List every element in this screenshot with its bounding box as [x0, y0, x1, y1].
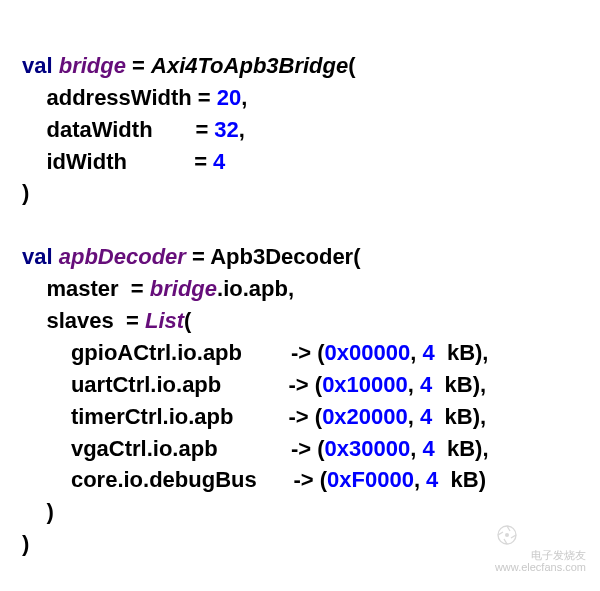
comma: ,: [410, 340, 422, 365]
indent: [22, 340, 71, 365]
code-line: ): [22, 499, 54, 524]
blank-line: [22, 212, 28, 237]
type-apb3decoder: Apb3Decoder: [210, 244, 353, 269]
indent: [22, 436, 71, 461]
code-line: timerCtrl.io.apb -> (0x20000, 4 kB),: [22, 404, 486, 429]
code-line: val apbDecoder = Apb3Decoder(: [22, 244, 361, 269]
slave-ident: gpioACtrl.io.apb: [71, 340, 242, 365]
comma: ,: [414, 467, 426, 492]
slave-ident: core.io.debugBus: [71, 467, 257, 492]
comma: ,: [408, 404, 420, 429]
code-line: ): [22, 180, 29, 205]
code-line: val bridge = Axi4ToApb3Bridge(: [22, 53, 356, 78]
indent: [22, 308, 46, 333]
indent: [22, 276, 46, 301]
code-line: master = bridge.io.apb,: [22, 276, 294, 301]
pad: [432, 404, 444, 429]
code-line: gpioACtrl.io.apb -> (0x00000, 4 kB),: [22, 340, 488, 365]
code-line: core.io.debugBus -> (0xF0000, 4 kB): [22, 467, 486, 492]
paren-close: ),: [475, 340, 488, 365]
indent: [22, 117, 46, 142]
code-line: addressWidth = 20,: [22, 85, 247, 110]
indent: [22, 404, 71, 429]
hex-literal: 0x30000: [325, 436, 411, 461]
slave-ident: timerCtrl.io.apb: [71, 404, 234, 429]
arrow-tuple: -> (: [289, 404, 323, 429]
variable-bridge-ref: bridge: [150, 276, 217, 301]
pad: [233, 404, 288, 429]
paren-open: (: [348, 53, 355, 78]
syntax: =: [194, 149, 213, 174]
paren-open: (: [353, 244, 360, 269]
unit-kb: kB: [445, 404, 473, 429]
slave-ident: vgaCtrl.io.apb: [71, 436, 218, 461]
paren-close: ),: [473, 404, 486, 429]
comma: ,: [241, 85, 247, 110]
variable-apbdecoder: apbDecoder: [59, 244, 186, 269]
indent: [22, 372, 71, 397]
code-line: slaves = List(: [22, 308, 191, 333]
hex-literal: 0x20000: [322, 404, 408, 429]
number-literal: 4: [213, 149, 225, 174]
unit-kb: kB: [451, 467, 479, 492]
syntax: =: [198, 85, 217, 110]
code-block: val bridge = Axi4ToApb3Bridge( addressWi…: [22, 18, 578, 560]
param-slaves: slaves =: [46, 308, 144, 333]
number-literal: 4: [422, 436, 434, 461]
pad: [438, 467, 450, 492]
paren-open: (: [184, 308, 191, 333]
hex-literal: 0x10000: [322, 372, 408, 397]
pad: [218, 436, 291, 461]
keyword-val: val: [22, 244, 53, 269]
unit-kb: kB: [447, 340, 475, 365]
logo-icon: [495, 523, 565, 547]
param-datawidth: dataWidth: [46, 117, 152, 142]
code-line: ): [22, 531, 29, 556]
pad: [435, 340, 447, 365]
variable-bridge: bridge: [59, 53, 126, 78]
arrow-tuple: -> (: [291, 340, 325, 365]
pad: [435, 436, 447, 461]
indent: [22, 467, 71, 492]
arrow-tuple: -> (: [291, 436, 325, 461]
syntax: =: [126, 53, 151, 78]
comma: ,: [239, 117, 245, 142]
indent: [22, 85, 46, 110]
pad: [242, 340, 291, 365]
unit-kb: kB: [445, 372, 473, 397]
indent: [22, 499, 46, 524]
number-literal: 32: [214, 117, 238, 142]
watermark-brand: 电子发烧友: [495, 549, 586, 561]
syntax: =: [186, 244, 210, 269]
pad: [432, 372, 444, 397]
pad: [257, 467, 294, 492]
keyword-val: val: [22, 53, 53, 78]
type-axi4toapb3bridge: Axi4ToApb3Bridge: [151, 53, 348, 78]
param-idwidth: idWidth: [46, 149, 126, 174]
paren-close: ): [22, 180, 29, 205]
code-line: vgaCtrl.io.apb -> (0x30000, 4 kB),: [22, 436, 489, 461]
syntax: =: [195, 117, 214, 142]
watermark-url: www.elecfans.com: [495, 561, 586, 573]
type-list: List: [145, 308, 184, 333]
param-addresswidth: addressWidth: [46, 85, 191, 110]
paren-close: ),: [475, 436, 488, 461]
number-literal: 20: [217, 85, 241, 110]
number-literal: 4: [426, 467, 438, 492]
pad: [221, 372, 288, 397]
comma: ,: [408, 372, 420, 397]
pad: [127, 149, 194, 174]
number-literal: 4: [420, 404, 432, 429]
pad: [153, 117, 196, 142]
arrow-tuple: -> (: [289, 372, 323, 397]
watermark: 电子发烧友 www.elecfans.com: [495, 523, 586, 573]
hex-literal: 0x00000: [325, 340, 411, 365]
paren-close: ): [22, 531, 29, 556]
code-line: idWidth = 4: [22, 149, 225, 174]
unit-kb: kB: [447, 436, 475, 461]
number-literal: 4: [420, 372, 432, 397]
svg-point-1: [505, 533, 509, 537]
hex-literal: 0xF0000: [327, 467, 414, 492]
paren-close: ),: [473, 372, 486, 397]
comma: ,: [410, 436, 422, 461]
